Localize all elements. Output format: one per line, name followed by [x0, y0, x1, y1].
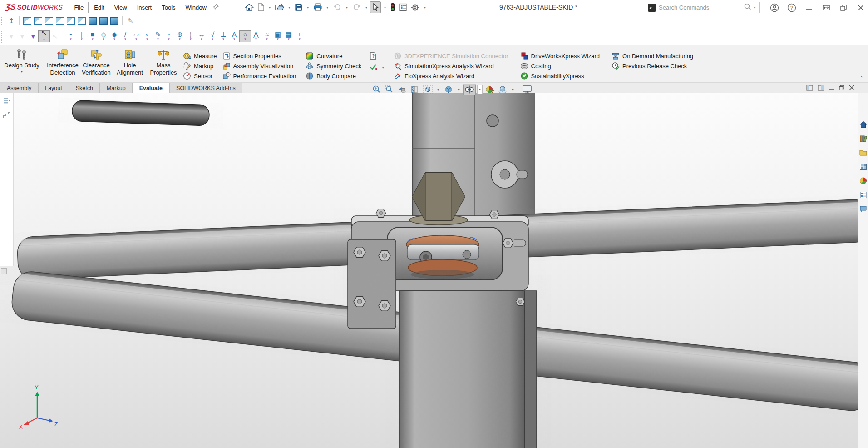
driveworksxpress-wizard-button[interactable]: DriveWorksXpress Wizard	[518, 51, 602, 61]
filter-geometric-tolerances-icon[interactable]: ⊥	[218, 31, 229, 42]
display-style-icon[interactable]	[443, 84, 454, 95]
tab-markup[interactable]: Markup	[100, 83, 133, 93]
doc-minimize-icon[interactable]	[829, 85, 834, 90]
view-back-icon[interactable]	[34, 17, 42, 25]
save-icon[interactable]	[293, 2, 304, 13]
restore-icon[interactable]	[838, 2, 849, 13]
filter-vertices-icon[interactable]: •	[65, 31, 76, 42]
tab-evaluate[interactable]: Evaluate	[133, 83, 169, 93]
view-orientation-icon[interactable]	[422, 84, 434, 95]
filter-midpoints-icon[interactable]: ◦	[163, 31, 174, 42]
zoom-to-fit-icon[interactable]	[371, 84, 382, 95]
assembly-visualization-button[interactable]: Assembly Visualization	[220, 61, 299, 71]
solidworks-resources-icon[interactable]	[859, 121, 867, 130]
apply-scene-dropdown[interactable]: ▼	[510, 88, 516, 91]
design-study-button[interactable]: Design Study ▼	[2, 47, 42, 82]
selection-filters-icon[interactable]: ▼	[28, 31, 39, 42]
view-right-icon[interactable]	[56, 17, 64, 25]
filter-edges-icon[interactable]: |	[76, 31, 87, 42]
markup-button[interactable]: Markup	[180, 61, 220, 71]
filter-notes-icon[interactable]: A	[229, 31, 240, 42]
view-settings-icon[interactable]	[521, 84, 533, 95]
toggle-selection-filter-icon[interactable]: ▼	[6, 31, 17, 42]
filter-axes-icon[interactable]: /	[120, 31, 131, 42]
print-dropdown[interactable]: ▼	[325, 6, 330, 9]
clear-all-filters-icon[interactable]: ▼	[17, 31, 28, 42]
open-icon[interactable]	[274, 2, 286, 13]
hide-show-items-dropdown[interactable]: ▼	[477, 85, 483, 94]
menu-view[interactable]: View	[110, 2, 132, 13]
tab-layout[interactable]: Layout	[38, 83, 69, 93]
filter-sketch-points-icon[interactable]: ∘	[142, 31, 153, 42]
view-trimetric-icon[interactable]	[110, 17, 118, 25]
redo-icon[interactable]	[351, 2, 363, 13]
filter-solid-bodies-icon[interactable]: ◆	[109, 31, 120, 42]
settings-gear-icon[interactable]	[409, 2, 421, 13]
filter-balloons-icon[interactable]: ○	[240, 31, 251, 42]
view-left-icon[interactable]	[45, 17, 53, 25]
mass-properties-button[interactable]: Mass Properties	[147, 47, 180, 82]
zoom-to-area-icon[interactable]	[384, 84, 395, 95]
filter-dimensions-icon[interactable]: ↔	[196, 31, 207, 42]
custom-properties-icon[interactable]	[859, 191, 867, 200]
ribbon-collapse-chevron[interactable]: ⌃	[860, 75, 863, 80]
check-document-button[interactable]: ?	[368, 51, 387, 61]
traffic-light-icon[interactable]	[389, 1, 397, 13]
on-demand-manufacturing-button[interactable]: On Demand Manufacturing	[609, 51, 696, 61]
filter-weld-symbols-icon[interactable]: ⋀	[251, 31, 261, 42]
search-icon[interactable]	[744, 3, 752, 13]
print-icon[interactable]	[312, 2, 324, 13]
lasso-select-icon[interactable]: ↖	[49, 31, 60, 42]
edit-appearance-icon[interactable]	[484, 84, 495, 95]
menu-insert[interactable]: Insert	[133, 2, 157, 13]
sustainabilityxpress-button[interactable]: SustainabilityXpress	[518, 71, 602, 81]
3dexperience-simulation-connector-button[interactable]: 3DEXPERIENCE Simulation Connector	[391, 51, 511, 61]
filter-weld-beads-icon[interactable]: ≈	[261, 31, 272, 42]
previous-release-check-button[interactable]: Previous Release Check	[609, 61, 696, 71]
panel-splitter-handle[interactable]	[1, 268, 7, 274]
cad-model-canvas[interactable]: Y X Z	[0, 93, 858, 448]
view-isometric-icon[interactable]	[89, 17, 97, 25]
floxpress-wizard-button[interactable]: FloXpress Analysis Wizard	[391, 71, 511, 81]
clearance-verification-button[interactable]: Clearance Verification	[79, 47, 113, 82]
menu-file[interactable]: File	[69, 2, 89, 13]
design-library-icon[interactable]	[859, 135, 867, 144]
filter-surface-finish-icon[interactable]: √	[207, 31, 218, 42]
toolbar-grip[interactable]	[1, 16, 4, 26]
menu-edit[interactable]: Edit	[89, 2, 108, 13]
view-palette-icon[interactable]	[859, 163, 867, 172]
view-front-icon[interactable]	[23, 17, 31, 25]
design-checker-dropdown[interactable]: ▼	[380, 66, 386, 69]
performance-evaluation-button[interactable]: Performance Evaluation	[220, 71, 299, 81]
instant3d-icon[interactable]: ↥	[6, 15, 17, 26]
filter-centerline-icon[interactable]: ¦	[185, 31, 196, 42]
select-tool-icon[interactable]	[370, 1, 381, 13]
options-list-icon[interactable]	[398, 2, 409, 13]
next-window-icon[interactable]	[818, 85, 824, 91]
help-icon[interactable]: ?	[786, 2, 797, 13]
solidworks-forum-icon[interactable]	[859, 205, 867, 214]
view-dimetric-icon[interactable]	[99, 17, 108, 25]
open-dropdown[interactable]: ▼	[286, 6, 292, 9]
previous-window-icon[interactable]	[806, 85, 813, 91]
menu-tools[interactable]: Tools	[157, 2, 180, 13]
file-explorer-icon[interactable]	[859, 149, 867, 158]
settings-dropdown[interactable]: ▼	[422, 6, 428, 9]
tab-solidworks-add-ins[interactable]: SOLIDWORKS Add-Ins	[169, 83, 242, 93]
new-document-dropdown[interactable]: ▼	[267, 6, 273, 9]
home-icon[interactable]	[243, 2, 255, 13]
doc-restore-icon[interactable]	[839, 85, 844, 90]
hide-show-items-icon[interactable]	[464, 84, 475, 95]
view-top-icon[interactable]	[67, 17, 75, 25]
view-bottom-icon[interactable]	[78, 17, 86, 25]
simulationxpress-wizard-button[interactable]: SimulationXpress Analysis Wizard	[391, 61, 511, 71]
symmetry-check-button[interactable]: Symmetry Check	[303, 61, 364, 71]
tab-assembly[interactable]: Assembly	[0, 83, 38, 93]
filter-planes-icon[interactable]: ▱	[131, 31, 142, 42]
appearances-scenes-icon[interactable]	[859, 177, 867, 186]
measure-button[interactable]: Measure	[180, 51, 220, 61]
filter-sketches-icon[interactable]: ✎	[153, 31, 163, 42]
costing-button[interactable]: Costing	[518, 61, 602, 71]
minimize-icon[interactable]	[804, 2, 814, 13]
select-tool-icon[interactable]: ↖	[39, 31, 49, 42]
